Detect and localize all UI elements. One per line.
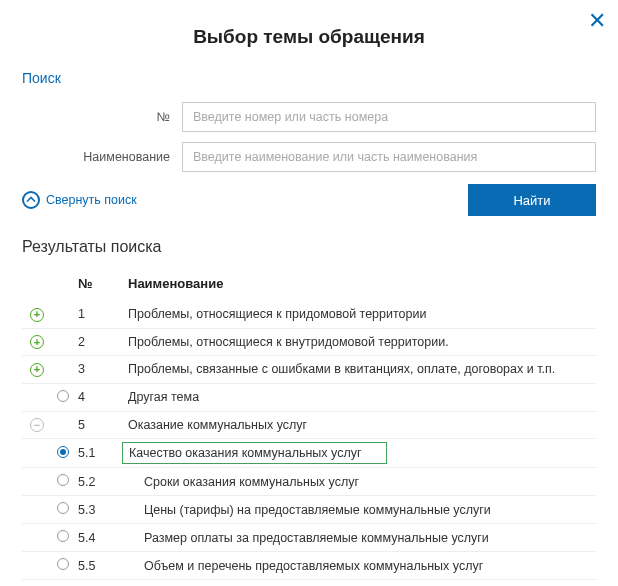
radio-icon[interactable]: [57, 390, 69, 402]
col-name: Наименование: [124, 270, 596, 301]
search-name-label: Наименование: [22, 150, 182, 164]
search-section-label: Поиск: [22, 70, 596, 86]
results-heading: Результаты поиска: [22, 238, 596, 256]
table-row[interactable]: +3Проблемы, связанные с ошибками в квита…: [22, 356, 596, 384]
modal-title: Выбор темы обращения: [22, 26, 596, 48]
col-expand: [22, 270, 52, 301]
row-name: Объем и перечень предоставляемых коммуна…: [124, 552, 596, 580]
row-number: 2: [74, 328, 124, 356]
table-row[interactable]: +1Проблемы, относящиеся к придомовой тер…: [22, 301, 596, 328]
close-icon[interactable]: ✕: [588, 8, 606, 34]
expand-icon[interactable]: +: [30, 363, 44, 377]
row-number: 5: [74, 411, 124, 439]
row-name: Другая тема: [124, 383, 596, 411]
table-row[interactable]: 4Другая тема: [22, 383, 596, 411]
search-num-row: №: [22, 102, 596, 132]
row-name: Размещение информации об индивидуальном …: [124, 580, 596, 587]
radio-icon[interactable]: [57, 446, 69, 458]
search-num-label: №: [22, 110, 182, 124]
row-number: 5.6: [74, 580, 124, 587]
row-name: Качество оказания коммунальных услуг: [124, 439, 596, 468]
search-name-input[interactable]: [182, 142, 596, 172]
row-number: 5.5: [74, 552, 124, 580]
row-name: Сроки оказания коммунальных услуг: [124, 468, 596, 496]
expand-icon[interactable]: +: [30, 308, 44, 322]
table-row[interactable]: 5.3Цены (тарифы) на предоставляемые комм…: [22, 496, 596, 524]
collapse-icon[interactable]: −: [30, 418, 44, 432]
topic-select-modal: ✕ Выбор темы обращения Поиск № Наименова…: [0, 0, 618, 586]
row-number: 5.4: [74, 524, 124, 552]
row-name: Размер оплаты за предоставляемые коммуна…: [124, 524, 596, 552]
radio-icon[interactable]: [57, 558, 69, 570]
results-table: № Наименование +1Проблемы, относящиеся к…: [22, 270, 596, 586]
row-name: Проблемы, относящиеся к внутридомовой те…: [124, 328, 596, 356]
row-number: 5.2: [74, 468, 124, 496]
radio-icon[interactable]: [57, 502, 69, 514]
radio-icon[interactable]: [57, 530, 69, 542]
row-number: 4: [74, 383, 124, 411]
collapse-search-text: Свернуть поиск: [46, 193, 137, 207]
collapse-search-link[interactable]: Свернуть поиск: [22, 191, 137, 209]
row-name: Проблемы, относящиеся к придомовой терри…: [124, 301, 596, 328]
table-row[interactable]: −5Оказание коммунальных услуг: [22, 411, 596, 439]
row-number: 1: [74, 301, 124, 328]
search-actions: Свернуть поиск Найти: [22, 184, 596, 216]
row-name: Оказание коммунальных услуг: [124, 411, 596, 439]
table-row[interactable]: 5.1Качество оказания коммунальных услуг: [22, 439, 596, 468]
table-row[interactable]: +2Проблемы, относящиеся к внутридомовой …: [22, 328, 596, 356]
search-name-row: Наименование: [22, 142, 596, 172]
col-select: [52, 270, 74, 301]
find-button[interactable]: Найти: [468, 184, 596, 216]
row-number: 3: [74, 356, 124, 384]
row-name: Цены (тарифы) на предоставляемые коммуна…: [124, 496, 596, 524]
row-number: 5.3: [74, 496, 124, 524]
table-row[interactable]: 5.6Размещение информации об индивидуальн…: [22, 580, 596, 587]
expand-icon[interactable]: +: [30, 335, 44, 349]
col-num: №: [74, 270, 124, 301]
search-num-input[interactable]: [182, 102, 596, 132]
table-row[interactable]: 5.5Объем и перечень предоставляемых комм…: [22, 552, 596, 580]
table-row[interactable]: 5.2Сроки оказания коммунальных услуг: [22, 468, 596, 496]
radio-icon[interactable]: [57, 474, 69, 486]
row-name: Проблемы, связанные с ошибками в квитанц…: [124, 356, 596, 384]
row-number: 5.1: [74, 439, 124, 468]
table-row[interactable]: 5.4Размер оплаты за предоставляемые комм…: [22, 524, 596, 552]
chevron-up-icon: [22, 191, 40, 209]
